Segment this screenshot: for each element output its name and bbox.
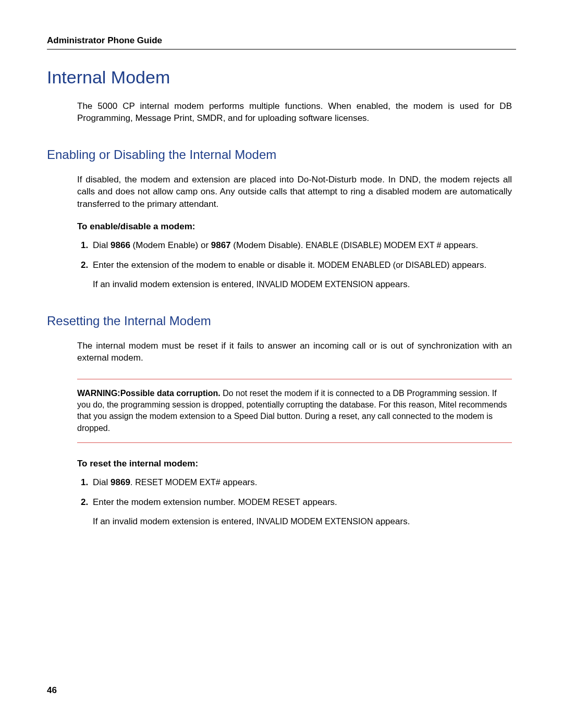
warning-box: WARNING:Possible data corruption. Do not… [77, 379, 512, 443]
text: . [130, 477, 135, 487]
display-message: INVALID MODEM EXTENSION [256, 517, 373, 526]
text: (Modem Enable) or [130, 240, 211, 250]
dial-code: 9866 [111, 240, 130, 250]
enable-note: If an invalid modem extension is entered… [93, 278, 512, 290]
reset-step-2: Enter the modem extension number. MODEM … [91, 496, 512, 508]
enable-instructions-heading: To enable/disable a modem: [77, 221, 512, 232]
enable-section-title: Enabling or Disabling the Internal Modem [47, 147, 516, 162]
intro-paragraph: The 5000 CP internal modem performs mult… [77, 100, 512, 125]
text: If an invalid modem extension is entered… [93, 279, 256, 289]
reset-block: The internal modem must be reset if it f… [77, 340, 512, 528]
text: appears. [221, 477, 258, 487]
display-message: MODEM RESET [238, 498, 300, 507]
reset-paragraph: The internal modem must be reset if it f… [77, 340, 512, 364]
reset-step-1: Dial 9869. RESET MODEM EXT# appears. [91, 476, 512, 488]
page: Administrator Phone Guide Internal Modem… [0, 0, 563, 728]
text: (Modem Disable). [231, 240, 306, 250]
enable-paragraph: If disabled, the modem and extension are… [77, 174, 512, 210]
reset-steps-list: Dial 9869. RESET MODEM EXT# appears. Ent… [77, 476, 512, 508]
reset-instructions-heading: To reset the internal modem: [77, 459, 512, 469]
text: Dial [93, 477, 111, 487]
enable-step-2: Enter the extension of the modem to enab… [91, 259, 512, 271]
text: appears. [441, 240, 478, 250]
reset-section-title: Resetting the Internal Modem [47, 314, 516, 328]
text: Enter the modem extension number. [93, 497, 238, 507]
display-message: ENABLE (DISABLE) MODEM EXT # [305, 241, 441, 250]
text: appears. [449, 260, 486, 270]
text: appears. [373, 516, 410, 526]
text: Enter the extension of the modem to enab… [93, 260, 317, 270]
text: If an invalid modem extension is entered… [93, 516, 256, 526]
dial-code: 9867 [211, 240, 231, 250]
display-message: INVALID MODEM EXTENSION [256, 280, 373, 289]
enable-block: If disabled, the modem and extension are… [77, 174, 512, 291]
warning-lead: WARNING:Possible data corruption. [77, 389, 221, 398]
reset-note: If an invalid modem extension is entered… [93, 515, 512, 527]
enable-steps-list: Dial 9866 (Modem Enable) or 9867 (Modem … [77, 239, 512, 271]
dial-code: 9869 [111, 477, 130, 487]
display-message: RESET MODEM EXT# [135, 478, 220, 487]
text: Dial [93, 240, 111, 250]
text: appears. [300, 497, 337, 507]
intro-block: The 5000 CP internal modem performs mult… [77, 100, 512, 125]
page-title: Internal Modem [47, 67, 516, 88]
page-number: 46 [47, 685, 57, 696]
running-header: Administrator Phone Guide [47, 35, 516, 50]
enable-step-1: Dial 9866 (Modem Enable) or 9867 (Modem … [91, 239, 512, 251]
display-message: MODEM ENABLED (or DISABLED) [317, 261, 449, 269]
text: appears. [373, 279, 410, 289]
